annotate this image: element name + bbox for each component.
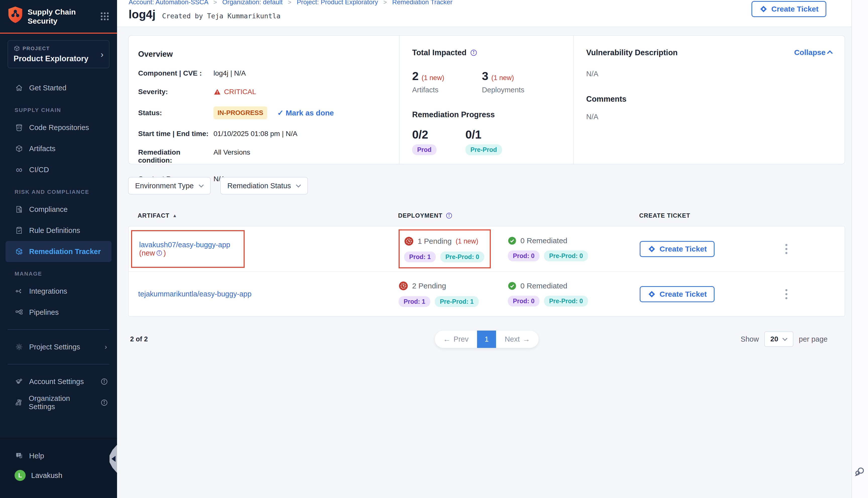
info-icon[interactable] (101, 399, 108, 406)
total-impacted-section: Total Impacted 2 (1 new) Artifacts 3 (1 … (399, 36, 573, 164)
sidebar-item-compliance[interactable]: Compliance (0, 199, 117, 220)
prod-pill: Prod (412, 144, 437, 155)
remediation-status-filter[interactable]: Remediation Status (220, 177, 308, 195)
prev-page-button[interactable]: ←Prev (435, 331, 477, 348)
sidebar-item-project-settings[interactable]: Project Settings › (0, 336, 117, 357)
column-header-artifact[interactable]: ARTIFACT▲ (128, 212, 398, 219)
prod-count-pill: Prod: 0 (508, 250, 540, 261)
per-page-select[interactable]: 20 (764, 331, 793, 347)
info-icon[interactable] (156, 250, 163, 256)
sidebar-item-organization-settings[interactable]: Organization Settings (0, 392, 117, 413)
preprod-count-pill: Pre-Prod: 0 (440, 251, 484, 262)
artifact-link[interactable]: lavakush07/easy-buggy-app (139, 241, 230, 249)
chevron-up-icon (827, 51, 833, 56)
row-menu-kebab-icon[interactable] (785, 289, 845, 299)
preprod-progress-stat: 0/1 Pre-Prod (465, 128, 502, 155)
main-content: Account: Automation-SSCA > Organization:… (117, 0, 852, 498)
remediation-cube-icon (15, 248, 24, 255)
support-chat-icon[interactable] (853, 466, 866, 478)
chevron-right-icon: › (105, 343, 107, 351)
row-menu-kebab-icon[interactable] (785, 244, 845, 254)
environment-type-filter[interactable]: Environment Type (128, 177, 211, 195)
sidebar-item-pipelines[interactable]: Pipelines (0, 302, 117, 323)
sidebar-item-account-settings[interactable]: Account Settings (0, 371, 117, 392)
component-cve-label: Component | CVE : (138, 69, 213, 77)
clipboard-check-icon (15, 226, 24, 234)
preprod-count-pill: Pre-Prod: 0 (544, 296, 588, 306)
table-row: lavakush07/easy-buggy-app (new ) (129, 226, 845, 271)
app-grid-icon[interactable] (100, 11, 110, 22)
info-icon[interactable] (101, 378, 108, 385)
project-name: Product Exploratory (14, 54, 103, 63)
deployments-new-count: (1 new) (491, 74, 514, 82)
sidebar-nav: Get Started SUPPLY CHAIN Code Repositori… (0, 68, 117, 416)
app-title: Supply ChainSecurity (28, 8, 100, 26)
create-ticket-button-header[interactable]: Create Ticket (751, 1, 826, 17)
overview-section: Overview Component | CVE : log4j | N/A S… (129, 36, 399, 164)
preprod-count-pill: Pre-Prod: 1 (435, 296, 479, 307)
preprod-pill: Pre-Prod (465, 144, 502, 155)
sidebar-item-cicd[interactable]: ∞ CI/CD (0, 159, 117, 180)
page-header: Account: Automation-SSCA > Organization:… (117, 0, 852, 27)
impacted-deployments-stat: 3 (1 new) Deployments (482, 69, 524, 94)
column-header-create-ticket: CREATE TICKET (639, 212, 745, 219)
sidebar-item-artifacts[interactable]: Artifacts (0, 138, 117, 159)
project-label: PROJECT (14, 45, 103, 52)
info-icon[interactable] (470, 49, 477, 56)
create-ticket-button-row[interactable]: Create Ticket (640, 286, 714, 302)
chevron-right-icon: › (101, 50, 103, 59)
annotation-box-deployment: 1 Pending (1 new) Prod: 1 Pre-Prod: 0 (399, 230, 491, 268)
user-menu[interactable]: L Lavakush (0, 464, 117, 486)
impacted-artifacts-stat: 2 (1 new) Artifacts (412, 69, 444, 94)
supply-chain-security-logo-icon (7, 5, 24, 24)
sidebar-item-rule-definitions[interactable]: Rule Definitions (0, 220, 117, 241)
layers-gear-icon (15, 378, 24, 385)
avatar: L (15, 470, 26, 481)
pending-count: 2 Pending (412, 281, 446, 290)
create-ticket-button-row[interactable]: Create Ticket (640, 241, 714, 257)
sidebar-item-remediation-tracker[interactable]: Remediation Tracker (5, 241, 112, 262)
arrow-left-icon: ← (443, 335, 451, 343)
info-icon[interactable] (445, 212, 453, 219)
time-value: 01/10/2025 01:08 pm | N/A (213, 130, 297, 138)
preprod-progress-value: 0/1 (465, 128, 502, 141)
status-label: Status: (138, 109, 213, 117)
divider (8, 329, 109, 330)
section-supply-chain: SUPPLY CHAIN (0, 99, 117, 117)
cube-icon (14, 45, 20, 52)
condition-label: Remediation condition: (138, 148, 213, 165)
vulnerability-description-section: Vulnerability Description Collapse N/A C… (573, 36, 845, 164)
breadcrumb-organization[interactable]: Organization: default (222, 0, 283, 6)
sidebar-item-get-started[interactable]: Get Started (0, 77, 117, 99)
deployments-count: 3 (482, 69, 489, 83)
help-chat-icon: ? (15, 451, 24, 460)
collapse-link[interactable]: Collapse (794, 48, 832, 57)
breadcrumb-remediation-tracker[interactable]: Remediation Tracker (392, 0, 453, 6)
sidebar-item-integrations[interactable]: Integrations (0, 280, 117, 302)
pending-count: 1 Pending (418, 237, 452, 246)
sidebar-header: Supply ChainSecurity (0, 0, 117, 34)
status-badge: IN-PROGRESS (213, 106, 267, 119)
chevron-down-icon (296, 183, 301, 187)
per-page-label: per page (799, 335, 828, 343)
help-button[interactable]: ? Help (0, 447, 117, 464)
comments-value: N/A (586, 113, 833, 121)
project-selector[interactable]: PROJECT Product Exploratory › (8, 40, 109, 68)
deployments-stat-label: Deployments (482, 86, 524, 94)
result-count: 2 of 2 (130, 335, 148, 343)
page-subtitle: Created by Teja Kummarikuntla (162, 12, 280, 20)
artifacts-count: 2 (412, 69, 419, 83)
box-icon (15, 145, 24, 153)
mark-as-done-link[interactable]: ✓ Mark as done (277, 108, 334, 117)
prod-count-pill: Prod: 1 (404, 251, 436, 262)
breadcrumb-account[interactable]: Account: Automation-SSCA (129, 0, 208, 6)
pipelines-icon (15, 308, 24, 316)
breadcrumb-project[interactable]: Project: Product Exploratory (297, 0, 378, 6)
section-manage: MANAGE (0, 262, 117, 280)
artifact-link[interactable]: tejakummarikuntla/easy-buggy-app (138, 290, 251, 298)
artifact-new-tag: (new ) (139, 249, 166, 257)
page-1-button[interactable]: 1 (477, 331, 496, 348)
severity-label: Severity: (138, 88, 213, 96)
next-page-button[interactable]: Next→ (496, 331, 539, 348)
sidebar-item-code-repositories[interactable]: Code Repositories (0, 117, 117, 138)
